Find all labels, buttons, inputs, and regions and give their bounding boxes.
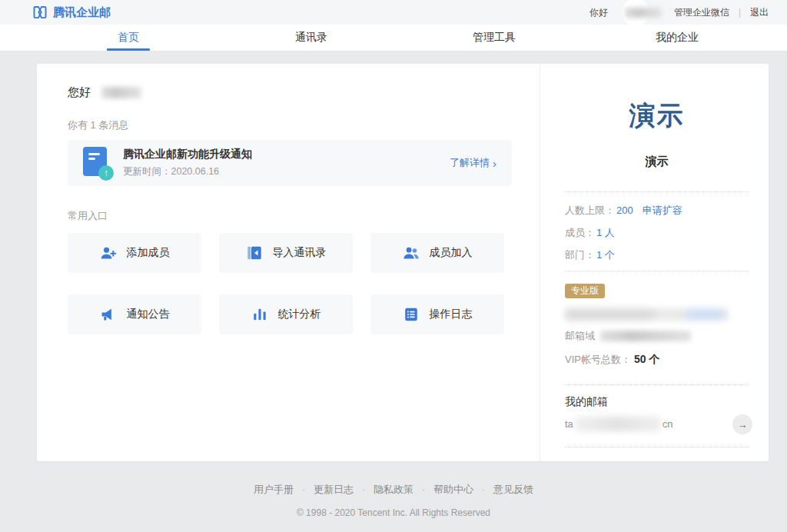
import-contacts-icon: [246, 244, 263, 261]
notification-time: 更新时间：2020.06.16: [123, 165, 450, 178]
shortcut-label: 操作日志: [430, 308, 473, 321]
dotted-divider: [565, 384, 749, 385]
tab-contacts-label: 通讯录: [295, 31, 327, 45]
open-mailbox-button[interactable]: →: [732, 414, 752, 434]
chevron-right-icon: ›: [493, 158, 496, 169]
email-prefix: ta: [565, 418, 573, 430]
topbar-user-area: 你好 管理企业微信 | 退出: [589, 0, 769, 25]
tab-admin-tools[interactable]: 管理工具: [403, 25, 586, 51]
notification-card[interactable]: ↑ 腾讯企业邮新功能升级通知 更新时间：2020.06.16 了解详情 ›: [68, 140, 512, 186]
shortcut-label: 通知公告: [127, 308, 170, 321]
departments-count-link[interactable]: 1 个: [596, 248, 615, 262]
domain-label: 邮箱域: [565, 329, 595, 343]
footer-link-changelog[interactable]: 更新日志: [314, 483, 354, 497]
main-content: 您好 你有 1 条消息 ↑ 腾讯企业邮新功能升级通知 更新时间：2020.06.…: [37, 64, 540, 461]
edition-badge: 专业版: [565, 284, 605, 298]
member-join-icon: [403, 244, 420, 261]
shortcut-add-member[interactable]: 添加成员: [68, 233, 201, 273]
announcement-icon: [100, 306, 117, 323]
footer-link-privacy-policy[interactable]: 隐私政策: [374, 483, 413, 497]
shortcut-statistics[interactable]: 统计分析: [219, 294, 353, 334]
shortcuts-section-title: 常用入口: [68, 209, 512, 223]
email-suffix: cn: [662, 418, 673, 430]
shortcut-announcement[interactable]: 通知公告: [68, 294, 201, 334]
vip-label: VIP帐号总数：: [565, 353, 631, 367]
expand-capacity-link[interactable]: 申请扩容: [643, 204, 682, 218]
upgrade-arrow-icon: ↑: [98, 165, 114, 181]
message-count-text: 你有 1 条消息: [68, 118, 512, 132]
shortcut-member-join[interactable]: 成员加入: [370, 233, 504, 273]
greeting-text: 你好: [589, 6, 608, 19]
email-redacted: [575, 417, 661, 431]
user-identity: [617, 0, 665, 25]
operation-log-icon: [403, 306, 420, 323]
footer-link-feedback[interactable]: 意见反馈: [493, 483, 533, 497]
footer-link-user-manual[interactable]: 用户手册: [254, 483, 294, 497]
right-arrow-icon: →: [738, 419, 748, 431]
view-details-link[interactable]: 了解详情 ›: [450, 156, 496, 170]
dotted-divider: [565, 447, 749, 447]
hello-text: 您好: [68, 85, 91, 100]
brand[interactable]: 腾讯企业邮: [32, 5, 111, 20]
company-name: 演示: [565, 155, 749, 169]
statistics-icon: [251, 306, 268, 323]
shortcut-import-contacts[interactable]: 导入通讯录: [219, 233, 353, 273]
shortcut-label: 统计分析: [278, 308, 321, 321]
topbar: 腾讯企业邮 你好 管理企业微信 | 退出: [0, 0, 787, 25]
tab-home[interactable]: 首页: [37, 25, 220, 51]
tab-my-company[interactable]: 我的企业: [586, 25, 769, 51]
company-logo-text: 演示: [565, 98, 749, 134]
tab-home-label: 首页: [118, 31, 139, 45]
stat-member-limit: 人数上限： 200 申请扩容: [565, 199, 749, 221]
page: 腾讯企业邮 你好 管理企业微信 | 退出 首页 通讯录 管理工具: [0, 0, 787, 532]
domain-redacted: [600, 331, 691, 341]
notification-texts: 腾讯企业邮新功能升级通知 更新时间：2020.06.16: [123, 148, 450, 178]
navbar: 首页 通讯录 管理工具 我的企业: [0, 25, 787, 52]
shortcut-label: 添加成员: [127, 246, 170, 260]
main-card: 您好 你有 1 条消息 ↑ 腾讯企业邮新功能升级通知 更新时间：2020.06.…: [37, 64, 769, 461]
shortcut-label: 导入通讯录: [273, 246, 327, 260]
exmail-logo-icon: [32, 5, 48, 20]
upgrade-notice-icon: ↑: [83, 147, 109, 179]
footer-link-help-center[interactable]: 帮助中心: [433, 483, 473, 497]
my-mailbox-title: 我的邮箱: [565, 395, 749, 409]
footer: 用户手册 · 更新日志 · 隐私政策 · 帮助中心 · 意见反馈 © 1998 …: [0, 483, 787, 518]
vip-value: 50 个: [634, 353, 659, 367]
tab-contacts[interactable]: 通讯录: [220, 25, 403, 51]
company-stats: 人数上限： 200 申请扩容 成员： 1 人 部门： 1 个: [565, 192, 749, 271]
shortcut-operation-log[interactable]: 操作日志: [370, 294, 504, 334]
brand-name: 腾讯企业邮: [53, 5, 111, 20]
admin-name-redacted: [101, 87, 141, 98]
company-sidebar: 演示 演示 人数上限： 200 申请扩容 成员： 1 人 部门： 1 个: [540, 64, 769, 461]
company-fullname-redacted: [565, 308, 728, 321]
notification-title: 腾讯企业邮新功能升级通知: [123, 148, 450, 161]
mail-domain-row: 邮箱域: [565, 329, 749, 343]
active-tab-underline: [107, 48, 150, 51]
vip-count-row: VIP帐号总数： 50 个: [565, 353, 749, 367]
dotted-divider: [565, 271, 749, 271]
user-name-redacted: [625, 8, 662, 18]
tab-admin-tools-label: 管理工具: [473, 31, 516, 45]
my-mailbox-row: ta cn →: [565, 414, 749, 434]
footer-links: 用户手册 · 更新日志 · 隐私政策 · 帮助中心 · 意见反馈: [0, 483, 787, 497]
members-count-link[interactable]: 1 人: [596, 226, 615, 240]
shortcut-label: 成员加入: [430, 246, 473, 260]
tab-my-company-label: 我的企业: [656, 31, 699, 45]
add-member-icon: [100, 244, 117, 261]
greeting-row: 您好: [68, 85, 512, 100]
stat-departments: 部门： 1 个: [565, 244, 749, 266]
manage-wechat-link[interactable]: 管理企业微信: [674, 6, 729, 19]
stat-members: 成员： 1 人: [565, 221, 749, 244]
nav-tabs: 首页 通讯录 管理工具 我的企业: [37, 25, 769, 51]
copyright: © 1998 - 2020 Tencent Inc. All Rights Re…: [0, 507, 787, 518]
shortcut-tiles: 添加成员 导入通讯录: [68, 233, 512, 334]
member-limit-value: 200: [616, 204, 633, 216]
logout-link[interactable]: 退出: [750, 6, 769, 19]
topbar-separator: |: [739, 7, 741, 18]
